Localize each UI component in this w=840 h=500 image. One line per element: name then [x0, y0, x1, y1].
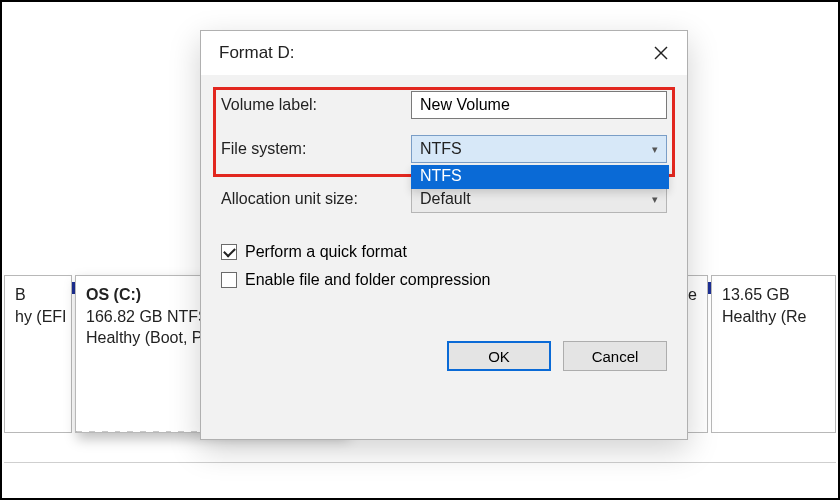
volume-label-row: Volume label: — [221, 89, 667, 121]
ok-button-label: OK — [488, 348, 510, 365]
allocation-unit-select[interactable]: Default ▾ — [411, 185, 667, 213]
partition-line: B — [15, 284, 61, 306]
dropdown-option-label: NTFS — [420, 167, 462, 184]
volume-label-input[interactable] — [411, 91, 667, 119]
checkbox-icon — [221, 272, 237, 288]
cancel-button[interactable]: Cancel — [563, 341, 667, 371]
partition-line: Healthy (Re — [722, 306, 825, 328]
checkbox-icon — [221, 244, 237, 260]
file-system-dropdown-item[interactable]: NTFS — [411, 165, 669, 189]
dialog-titlebar[interactable]: Format D: — [201, 31, 687, 75]
chevron-down-icon: ▾ — [652, 193, 658, 206]
ok-button[interactable]: OK — [447, 341, 551, 371]
file-system-value: NTFS — [420, 140, 462, 158]
volume-label-label: Volume label: — [221, 96, 411, 114]
partition-box[interactable]: B hy (EFI — [4, 275, 72, 433]
file-system-select[interactable]: NTFS ▾ — [411, 135, 667, 163]
allocation-unit-value: Default — [420, 190, 471, 208]
compression-checkbox[interactable]: Enable file and folder compression — [221, 271, 667, 289]
close-icon — [653, 45, 669, 61]
chevron-down-icon: ▾ — [652, 143, 658, 156]
cancel-button-label: Cancel — [592, 348, 639, 365]
partition-line: hy (EFI — [15, 306, 61, 328]
divider — [4, 462, 836, 463]
dialog-body: Volume label: File system: NTFS ▾ NTFS A… — [201, 75, 687, 439]
file-system-row: File system: NTFS ▾ — [221, 133, 667, 165]
quick-format-checkbox[interactable]: Perform a quick format — [221, 243, 667, 261]
dialog-title: Format D: — [219, 43, 295, 63]
checkbox-group: Perform a quick format Enable file and f… — [221, 243, 667, 289]
compression-label: Enable file and folder compression — [245, 271, 490, 289]
file-system-label: File system: — [221, 140, 411, 158]
allocation-unit-label: Allocation unit size: — [221, 190, 411, 208]
close-button[interactable] — [647, 39, 675, 67]
quick-format-label: Perform a quick format — [245, 243, 407, 261]
format-dialog: Format D: Volume label: File system: NTF… — [200, 30, 688, 440]
partition-box[interactable]: 13.65 GB Healthy (Re — [711, 275, 836, 433]
partition-line: 13.65 GB — [722, 284, 825, 306]
dialog-button-row: OK Cancel — [221, 341, 667, 371]
